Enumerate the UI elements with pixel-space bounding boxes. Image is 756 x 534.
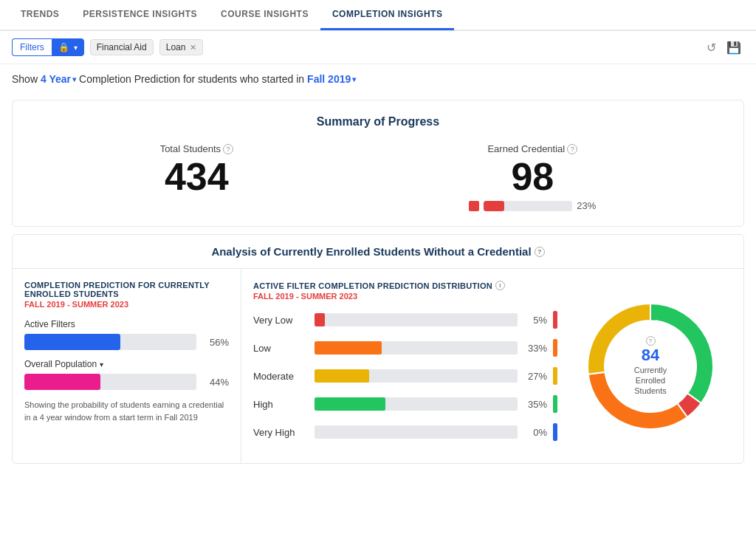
active-filters-pct: 56% bbox=[202, 337, 229, 348]
donut-center-label: Currently Enrolled Students bbox=[621, 365, 680, 397]
dist-color-indicator bbox=[553, 423, 557, 441]
earned-credential-block: Earned Credential ? 98 23% bbox=[469, 143, 596, 211]
cohort-dropdown[interactable]: Fall 2019 ▾ bbox=[307, 73, 356, 85]
dist-pct: 27% bbox=[523, 371, 547, 382]
dist-bar-bg bbox=[315, 313, 518, 326]
tab-course[interactable]: COURSE INSIGHTS bbox=[209, 0, 320, 30]
right-panel: ACTIVE FILTER COMPLETION PREDICTION DIST… bbox=[241, 269, 743, 463]
active-filters-bar-row: 56% bbox=[24, 334, 229, 350]
dist-bar-fill bbox=[315, 369, 369, 383]
dist-bar-bg bbox=[315, 397, 518, 411]
dist-bar-bg bbox=[315, 341, 518, 355]
earned-credential-label: Earned Credential ? bbox=[469, 143, 596, 154]
dist-color-indicator bbox=[553, 311, 557, 329]
tab-trends[interactable]: TRENDS bbox=[9, 0, 71, 30]
dist-label: Low bbox=[253, 343, 309, 354]
analysis-section: Analysis of Currently Enrolled Students … bbox=[12, 234, 744, 464]
cohort-dropdown-arrow: ▾ bbox=[352, 75, 356, 83]
overall-population-row[interactable]: Overall Population ▾ bbox=[24, 359, 229, 369]
dist-pct: 35% bbox=[523, 399, 547, 410]
total-students-label: Total Students ? bbox=[160, 143, 233, 154]
dist-label: Very High bbox=[253, 427, 309, 438]
overall-population-bar-row: 44% bbox=[24, 374, 229, 390]
dist-color-indicator bbox=[553, 395, 557, 413]
dist-label: Very Low bbox=[253, 315, 309, 326]
analysis-help[interactable]: ? bbox=[535, 247, 545, 257]
refresh-button[interactable]: ↺ bbox=[704, 39, 719, 56]
filter-bar-actions: ↺ 💾 bbox=[704, 39, 744, 56]
dist-panel-title: ACTIVE FILTER COMPLETION PREDICTION DIST… bbox=[253, 281, 557, 290]
dist-color-indicator bbox=[553, 367, 557, 385]
donut-center-number: 84 bbox=[621, 346, 680, 365]
earned-credential-help[interactable]: ? bbox=[567, 144, 577, 154]
total-students-value: 434 bbox=[160, 157, 233, 196]
progress-row: 23% bbox=[469, 200, 596, 211]
dist-help-icon[interactable]: i bbox=[495, 281, 505, 290]
overall-pop-arrow: ▾ bbox=[100, 360, 103, 369]
summary-stats: Total Students ? 434 Earned Credential ?… bbox=[42, 143, 714, 211]
tab-persistence[interactable]: PERSISTENCE INSIGHTS bbox=[71, 0, 209, 30]
dist-panel-subtitle: FALL 2019 - SUMMER 2023 bbox=[253, 292, 557, 301]
filter-tag-financial-aid[interactable]: Financial Aid bbox=[90, 39, 154, 55]
filter-tag-loan[interactable]: Loan ✕ bbox=[159, 39, 204, 55]
dist-pct: 5% bbox=[523, 315, 547, 326]
nav-tabs: TRENDS PERSISTENCE INSIGHTS COURSE INSIG… bbox=[0, 0, 756, 31]
lock-icon: 🔒 bbox=[58, 42, 69, 52]
total-students-help[interactable]: ? bbox=[223, 144, 233, 154]
summary-section: Summary of Progress Total Students ? 434… bbox=[12, 100, 744, 227]
left-panel-subtitle: FALL 2019 - SUMMER 2023 bbox=[24, 300, 229, 309]
progress-pct: 23% bbox=[577, 200, 596, 211]
dist-row: Very Low 5% bbox=[253, 311, 557, 329]
overall-pop-bar-bg bbox=[24, 374, 196, 390]
save-button[interactable]: 💾 bbox=[724, 39, 744, 56]
dist-bar-bg bbox=[315, 425, 518, 439]
year-dropdown[interactable]: 4 Year ▾ bbox=[41, 73, 76, 85]
dist-row: Low 33% bbox=[253, 339, 557, 357]
donut-help-icon[interactable]: ? bbox=[646, 336, 656, 346]
left-panel-description: Showing the probability of students earn… bbox=[24, 399, 229, 423]
filter-button-group: Filters 🔒 ▾ bbox=[12, 38, 84, 56]
donut-center: ? 84 Currently Enrolled Students bbox=[621, 336, 680, 397]
dist-bar-bg bbox=[315, 369, 518, 383]
analysis-header: Analysis of Currently Enrolled Students … bbox=[13, 235, 743, 269]
summary-title: Summary of Progress bbox=[42, 115, 714, 129]
active-filters-bar-bg bbox=[24, 334, 196, 350]
progress-bar-container bbox=[484, 201, 572, 211]
total-students-block: Total Students ? 434 bbox=[160, 143, 233, 196]
filter-save-button[interactable]: 🔒 ▾ bbox=[52, 38, 84, 56]
chevron-down-icon: ▾ bbox=[74, 44, 78, 52]
remove-loan-filter[interactable]: ✕ bbox=[190, 43, 196, 52]
year-dropdown-arrow: ▾ bbox=[72, 75, 76, 83]
dist-pct: 0% bbox=[523, 427, 547, 438]
overall-pop-pct: 44% bbox=[202, 377, 229, 388]
filter-bar: Filters 🔒 ▾ Financial Aid Loan ✕ ↺ 💾 bbox=[0, 31, 756, 64]
show-middle-text: Completion Prediction for students who s… bbox=[79, 73, 304, 85]
dist-row: High 35% bbox=[253, 395, 557, 413]
active-filters-bar-fill bbox=[24, 334, 120, 350]
dist-label: High bbox=[253, 399, 309, 410]
tab-completion[interactable]: COMPLETION INSIGHTS bbox=[320, 0, 455, 30]
analysis-body: COMPLETION PREDICTION FOR CURRENTLY ENRO… bbox=[13, 269, 743, 463]
left-panel: COMPLETION PREDICTION FOR CURRENTLY ENRO… bbox=[13, 269, 241, 463]
dist-bar-fill bbox=[315, 313, 325, 326]
show-row: Show 4 Year ▾ Completion Prediction for … bbox=[0, 64, 756, 94]
earned-credential-value: 98 bbox=[469, 157, 596, 196]
progress-color-swatch bbox=[469, 201, 479, 211]
donut-chart: ? 84 Currently Enrolled Students bbox=[569, 281, 732, 451]
show-label: Show bbox=[12, 73, 38, 85]
dist-row: Moderate 27% bbox=[253, 367, 557, 385]
dist-label: Moderate bbox=[253, 371, 309, 382]
active-filters-label: Active Filters bbox=[24, 319, 229, 329]
dist-bar-fill bbox=[315, 397, 385, 411]
distribution-table: ACTIVE FILTER COMPLETION PREDICTION DIST… bbox=[253, 281, 557, 451]
dist-color-indicator bbox=[553, 339, 557, 357]
dist-pct: 33% bbox=[523, 343, 547, 354]
left-panel-title: COMPLETION PREDICTION FOR CURRENTLY ENRO… bbox=[24, 281, 229, 298]
filters-button[interactable]: Filters bbox=[12, 38, 52, 56]
dist-bar-fill bbox=[315, 341, 382, 355]
dist-row: Very High 0% bbox=[253, 423, 557, 441]
distribution-rows: Very Low 5% Low 33% Moderate 27% High bbox=[253, 311, 557, 441]
overall-pop-bar-fill bbox=[24, 374, 100, 390]
progress-bar-fill bbox=[484, 201, 504, 211]
